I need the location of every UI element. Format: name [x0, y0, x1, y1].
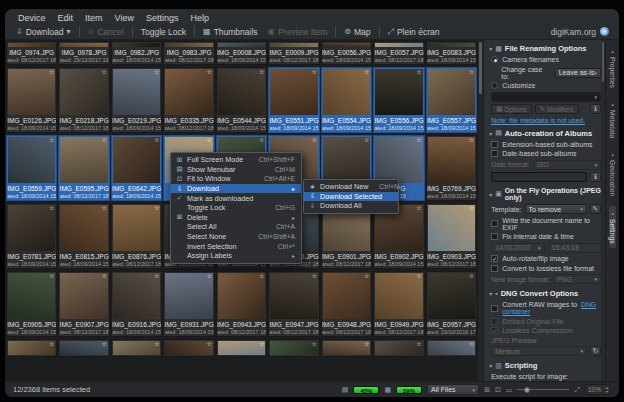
star-icon[interactable]: ☆: [416, 205, 421, 211]
thumbnails-button[interactable]: ▦ Thumbnails: [198, 25, 263, 38]
download-button[interactable]: ⇩ Download ▾: [11, 25, 76, 38]
star-icon[interactable]: ☆: [102, 341, 107, 347]
section-scripting[interactable]: ▾ ▥ Scripting: [489, 361, 601, 370]
star-icon[interactable]: ☆: [364, 69, 369, 75]
menu-item-fit-to-window[interactable]: ⊡Fit to WindowCtrl+Alt+E: [171, 174, 301, 184]
star-icon[interactable]: ☆: [206, 69, 211, 75]
digikam-brand[interactable]: digiKam.org ⊕: [551, 27, 613, 37]
menu-settings[interactable]: Settings: [141, 13, 184, 23]
map-button[interactable]: ⊚ Map: [339, 25, 375, 38]
write-exif-checkbox[interactable]: Write the document name to EXIF: [491, 217, 601, 231]
menu-item-assign-labels[interactable]: Assign Labels▸: [171, 251, 301, 261]
star-icon[interactable]: ☆: [102, 69, 107, 75]
star-icon[interactable]: ☆: [311, 69, 316, 75]
thumbnail-cell[interactable]: ☆IMG_E0815.JPGated: 18/09/2014 15: [58, 203, 109, 269]
thumbnail-cell[interactable]: ☆: [373, 339, 424, 357]
thumbnail-cell[interactable]: ☆IMG_E0554.JPGated: 18/09/2014 15: [321, 67, 372, 133]
star-icon[interactable]: ☆: [49, 341, 54, 347]
thumbnail-cell[interactable]: IMG_E0083.JPGated: 18/09/2014 15: [426, 41, 477, 65]
thumbnail-cell[interactable]: ☆IMG_E0943.JPGated: 08/12/2017 18: [216, 271, 267, 337]
menu-item-toggle-lock[interactable]: Toggle LockCtrl+G: [171, 203, 301, 213]
autorotate-checkbox[interactable]: ✓ Auto-rotate/flip image: [491, 255, 601, 262]
side-tab-settings[interactable]: ▪Settings: [609, 206, 616, 249]
thumbnail-cell[interactable]: IMG_0974.JPGated: 08/12/2017 18: [6, 41, 57, 65]
menu-help[interactable]: Help: [185, 13, 214, 23]
side-tab-metadata[interactable]: ▪Metadata: [609, 97, 616, 143]
thumbnail-cell[interactable]: ☆IMG_E0595.JPGated: 08/12/2017 18: [58, 135, 109, 201]
fullscreen-button[interactable]: ⤢ Plein écran: [383, 25, 445, 38]
menu-item-download-new[interactable]: ★Download NewCtrl+N: [304, 182, 398, 192]
thumbnail-cell[interactable]: ☆: [321, 339, 372, 357]
menu-device[interactable]: Device: [13, 13, 51, 23]
rename-pattern-input[interactable]: ▾: [491, 92, 601, 102]
new-format-select[interactable]: PNG ▾: [553, 274, 601, 284]
star-icon[interactable]: ☆: [259, 137, 264, 143]
star-icon[interactable]: ☆: [311, 273, 316, 279]
album-info-button[interactable]: ℹ: [590, 172, 601, 182]
side-tab-geolocation[interactable]: ▪Geolocation: [609, 147, 616, 201]
thumbnail-cell[interactable]: ☆: [163, 339, 214, 357]
spinner-arrows-icon[interactable]: ▴▾: [606, 386, 608, 393]
template-select[interactable]: To remove ▾: [525, 204, 587, 214]
star-icon[interactable]: ☆: [102, 205, 107, 211]
zoom-slider[interactable]: [517, 385, 569, 394]
star-icon[interactable]: ☆: [469, 69, 474, 75]
date-format-select[interactable]: ISO ▾: [533, 160, 601, 170]
thumbnail-cell[interactable]: ☆IMG_E0781.JPGated: 18/09/2014 15: [6, 203, 57, 269]
star-icon[interactable]: ☆: [206, 137, 211, 143]
thumbnail-cell[interactable]: ☆: [6, 339, 57, 357]
menu-item-download[interactable]: ⇩Download▸: [171, 184, 301, 194]
thumbnail-cell[interactable]: ☆IMG_E0557.JPGated: 18/09/2014 15: [426, 67, 477, 133]
star-icon[interactable]: ☆: [416, 69, 421, 75]
menu-item-invert-selection[interactable]: Invert SelectionCtrl+*: [171, 241, 301, 251]
thumbnail-cell[interactable]: ☆IMG_E0903.JPGated: 08/12/2017 18: [426, 203, 477, 269]
star-icon[interactable]: ☆: [469, 273, 474, 279]
menu-item-select-all[interactable]: Select AllCtrl+A: [171, 222, 301, 232]
convert-lossless-checkbox[interactable]: Convert to lossless file format: [491, 265, 601, 272]
star-icon[interactable]: ☆: [206, 341, 211, 347]
fix-datetime-checkbox[interactable]: Fix internal date & time: [491, 233, 601, 240]
convert-raw-checkbox[interactable]: Convert RAW images to DNG container: [491, 301, 601, 315]
thumbnail-cell[interactable]: ☆IMG_E0544.JPGated: 18/09/2014 15: [216, 67, 267, 133]
menu-edit[interactable]: Edit: [53, 13, 79, 23]
menu-item-delete[interactable]: ⊠Delete▸: [171, 213, 301, 223]
star-icon[interactable]: ☆: [311, 341, 316, 347]
thumbnail-cell[interactable]: ☆IMG_E0126.JPGated: 18/09/2014 15: [6, 67, 57, 133]
extension-subalbums-checkbox[interactable]: Extension-based sub-albums: [491, 141, 601, 148]
dng-refresh-button[interactable]: ↻: [590, 346, 601, 356]
star-icon[interactable]: ☆: [102, 273, 107, 279]
thumbnail-cell[interactable]: IMG_E0009.JPGated: 08/12/2017 18: [268, 41, 319, 65]
star-icon[interactable]: ☆: [469, 137, 474, 143]
thumbnail-cell[interactable]: IMG_E0057.JPGated: 08/12/2017 18: [373, 41, 424, 65]
modifiers-button[interactable]: ✎ Modifiers: [535, 104, 579, 114]
star-icon[interactable]: ☆: [154, 137, 159, 143]
star-icon[interactable]: ☆: [102, 137, 107, 143]
date-input[interactable]: 14/01/2010 ▾: [491, 243, 544, 253]
thumbnail-cell[interactable]: ☆IMG_E0957.JPGated: 23/10/2016 17: [426, 271, 477, 337]
thumbnail-cell[interactable]: ☆IMG_E0559.JPGated: 18/09/2014 15: [6, 135, 57, 201]
fit-window-icon[interactable]: ⤢: [574, 386, 580, 394]
menu-item-download-selected[interactable]: ⇩Download Selected: [304, 192, 398, 202]
star-icon[interactable]: ☆: [311, 137, 316, 143]
thumbnail-cell[interactable]: ☆IMG_E0556.JPGated: 18/09/2014 15: [373, 67, 424, 133]
thumbnail-cell[interactable]: ☆IMG_E0916.JPGated: 18/09/2014 15: [111, 271, 162, 337]
metadata-note-link[interactable]: Note: file metadata is not used.: [491, 117, 585, 124]
embed-original-checkbox[interactable]: Embed Original File: [491, 318, 601, 325]
star-icon[interactable]: ☆: [259, 69, 264, 75]
menu-item-download-all[interactable]: ⇩Download All: [304, 201, 398, 211]
cancel-button[interactable]: ⊘ Cancel: [83, 25, 129, 38]
menu-view[interactable]: View: [110, 13, 139, 23]
thumbnail-cell[interactable]: ☆: [58, 339, 109, 357]
section-on-the-fly[interactable]: ▾ ▣ On the Fly Operations (JPEG only): [489, 187, 601, 201]
star-icon[interactable]: ☆: [364, 273, 369, 279]
star-icon[interactable]: ☆: [49, 137, 54, 143]
zoom-slider-handle[interactable]: [524, 387, 530, 393]
thumbnail-cell[interactable]: ☆IMG_E0219.JPGated: 18/09/2014 15: [111, 67, 162, 133]
zoom-100-icon[interactable]: ⊡: [495, 386, 501, 394]
zoom-fit-icon[interactable]: ⊞: [484, 386, 490, 394]
star-icon[interactable]: ☆: [416, 273, 421, 279]
thumbnail-cell[interactable]: ☆: [268, 339, 319, 357]
star-icon[interactable]: ☆: [259, 341, 264, 347]
thumbnail-cell[interactable]: ☆IMG_E0876.JPGated: 08/12/2017 18: [111, 203, 162, 269]
section-file-renaming[interactable]: ▾ ▦ File Renaming Options: [489, 44, 601, 53]
